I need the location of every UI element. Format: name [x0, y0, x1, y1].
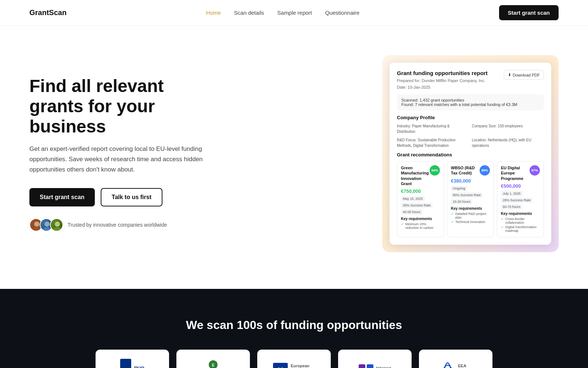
grant-1-name: Green Manufacturing Innovation Grant — [401, 165, 430, 186]
logos-row: RVO E eureka ★★ EuropeanCommission — [29, 350, 559, 368]
grant-2-name: WBSO (R&D Tax Credit) — [451, 165, 480, 176]
grant-item-2: WBSO (R&D Tax Credit) 89% €380,000 Ongoi… — [447, 161, 494, 237]
grant-2-header: WBSO (R&D Tax Credit) 89% — [451, 165, 490, 176]
company-profile-title: Company Profile — [397, 115, 544, 120]
svg-point-0 — [34, 222, 39, 227]
nav-link-scan-details[interactable]: Scan details — [234, 10, 264, 16]
req-text: Detailed R&D project plan — [455, 212, 490, 219]
req-item-3a: ✓ Cross-border collaboration — [501, 217, 540, 224]
prepared-for: Prepared for: Dunder Mifflin Paper Compa… — [397, 78, 488, 84]
hero-description: Get an expert-verified report covering l… — [29, 144, 213, 175]
hero-section: Find all relevant grants for your busine… — [0, 26, 588, 289]
report-title: Grant funding opportunities report — [397, 70, 488, 76]
stat-chip: Ongoing — [451, 186, 467, 191]
check-icon: ✓ — [501, 217, 504, 221]
scan-info: Scanned: 1,432 grant opportunities Found… — [397, 94, 544, 110]
talk-to-us-button[interactable]: Talk to us first — [101, 188, 162, 206]
grant-2-badge: 89% — [480, 165, 490, 176]
req-item-2b: ✓ Technical Innovation — [451, 220, 490, 224]
logo-card-3: ★★ EuropeanCommission — [257, 350, 331, 368]
grant-3-header: EU Digital Europe Programme 87% — [501, 165, 540, 181]
key-req-title-2: Key requirements — [451, 206, 490, 210]
dark-section: We scan 100s of funding opportunities RV… — [0, 289, 588, 368]
grant-recs-title: Grant recommendations — [397, 152, 544, 158]
grant-3-badge: 87% — [530, 165, 540, 176]
check-icon: ✓ — [401, 222, 404, 226]
stat-chip: 60-70 hours — [501, 204, 522, 209]
grant-item-1: Green Manufacturing Innovation Grant 94%… — [397, 161, 444, 237]
stat-chip: July 1, 2025 — [501, 191, 523, 196]
check-icon: ✓ — [501, 225, 504, 229]
grant-3-stats: July 1, 2025 28% Success Rate 60-70 hour… — [501, 191, 540, 209]
nav-cta-button[interactable]: Start grant scan — [499, 5, 559, 20]
grant-3-amount: €500,000 — [501, 183, 540, 189]
report-header: Grant funding opportunities report Prepa… — [397, 70, 544, 91]
svg-point-5 — [53, 227, 62, 231]
req-text: Technical Innovation — [455, 220, 485, 224]
check-icon: ✓ — [451, 212, 454, 216]
logo-card-5: EEAGrants — [419, 350, 492, 368]
found-count: Found: 7 relevant matches with a total p… — [401, 102, 539, 107]
req-item: ✓ Minimum 20% reduction in carbon — [401, 222, 440, 230]
grant-1-badge: 94% — [430, 165, 440, 176]
grant-1-stats: May 15, 2025 35% Success Rate 40-50 hour… — [401, 196, 440, 215]
key-req-title: Key requirements — [401, 217, 440, 221]
nav-link-sample-report[interactable]: Sample report — [277, 10, 312, 16]
grant-1-header: Green Manufacturing Innovation Grant 94% — [401, 165, 440, 186]
report-preview: Grant funding opportunities report Prepa… — [382, 55, 559, 252]
grant-2-stats: Ongoing 85% Success Rate 15-20 hours — [451, 186, 490, 204]
req-item-2a: ✓ Detailed R&D project plan — [451, 212, 490, 219]
req-text: Digital transformation roadmap — [505, 225, 540, 233]
grant-1-amount: €750,000 — [401, 188, 440, 194]
download-label: Download PDF — [513, 73, 540, 77]
navbar: GrantScan Home Scan details Sample repor… — [0, 0, 588, 26]
check-icon: ✓ — [451, 220, 454, 224]
stat-chip: 40-50 hours — [401, 209, 422, 215]
req-text: Cross-border collaboration — [505, 217, 540, 224]
grants-grid: Green Manufacturing Innovation Grant 94%… — [397, 161, 544, 237]
company-profile: Industry: Paper Manufacturing & Distribu… — [397, 123, 544, 148]
req-text: Minimum 20% reduction in carbon — [405, 222, 440, 230]
hero-buttons: Start grant scan Talk to us first — [29, 188, 213, 206]
logo-card-4: Interreg — [338, 350, 412, 368]
start-grant-scan-button[interactable]: Start grant scan — [29, 188, 95, 206]
svg-point-1 — [32, 227, 41, 231]
stat-chip: 85% Success Rate — [451, 192, 483, 198]
avatar-3 — [50, 218, 63, 231]
key-req-title-3: Key requirements — [501, 212, 540, 216]
industry-item: Industry: Paper Manufacturing & Distribu… — [397, 123, 469, 134]
stat-chip: 15-20 hours — [451, 199, 472, 204]
svg-text:E: E — [212, 363, 215, 367]
report-date: Date: 10-Jan-2025 — [397, 84, 488, 91]
grant-item-3: EU Digital Europe Programme 87% €500,000… — [497, 161, 544, 237]
svg-point-2 — [44, 222, 50, 227]
trust-avatars — [29, 218, 63, 231]
hero-left: Find all relevant grants for your busine… — [29, 76, 213, 232]
req-item-3b: ✓ Digital transformation roadmap — [501, 225, 540, 233]
grant-2-amount: €380,000 — [451, 178, 490, 184]
nav-link-home[interactable]: Home — [206, 10, 221, 16]
scanned-count: Scanned: 1,432 grant opportunities — [401, 98, 539, 102]
logo-card-1: RVO — [96, 350, 169, 368]
svg-rect-9 — [367, 364, 373, 368]
svg-rect-8 — [359, 364, 365, 368]
nav-link-questionnaire[interactable]: Questionnaire — [325, 10, 359, 16]
location-item: Location: Netherlands (HQ), with EU oper… — [472, 137, 544, 148]
trust-text: Trusted by innovative companies worldwid… — [68, 222, 167, 228]
report-card: Grant funding opportunities report Prepa… — [390, 63, 551, 245]
download-icon: ⬇ — [508, 72, 511, 77]
report-meta: Prepared for: Dunder Mifflin Paper Compa… — [397, 78, 488, 91]
dark-section-title: We scan 100s of funding opportunities — [29, 318, 559, 332]
company-size-item: Company Size: 150 employees — [472, 123, 544, 134]
download-pdf-button[interactable]: ⬇ Download PDF — [504, 70, 544, 80]
stat-chip: 28% Success Rate — [501, 198, 533, 203]
logo-card-2: E eureka — [176, 350, 250, 368]
brand-logo: GrantScan — [29, 8, 67, 17]
svg-point-3 — [43, 227, 51, 231]
rd-focus-item: R&D Focus: Sustainable Production Method… — [397, 137, 469, 148]
grant-3-name: EU Digital Europe Programme — [501, 165, 530, 181]
trust-row: Trusted by innovative companies worldwid… — [29, 218, 213, 231]
nav-links: Home Scan details Sample report Question… — [206, 10, 359, 16]
stat-chip: 35% Success Rate — [401, 203, 433, 208]
hero-title: Find all relevant grants for your busine… — [29, 76, 213, 137]
